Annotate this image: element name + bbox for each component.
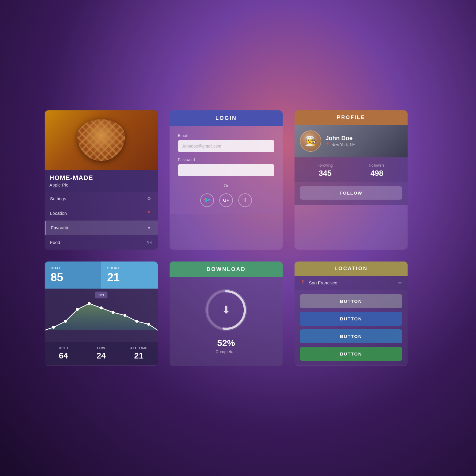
download-percent: 52% [217, 338, 235, 348]
svg-point-2 [64, 320, 67, 323]
twitter-button[interactable]: 🐦 [200, 193, 214, 207]
food-card: HOME-MADE Apple Pie Settings ⚙ Location … [45, 110, 158, 250]
button-green[interactable]: BUTTON [300, 347, 402, 361]
high-value: 64 [45, 351, 82, 361]
short-label: SHORT [107, 266, 152, 270]
login-card: LOGIN Email Password Or 🐦 G+ f [170, 110, 283, 250]
download-header: DOWNLOAD [170, 262, 283, 277]
food-title-sub: Apple Pie [49, 182, 153, 187]
location-pin-icon: 📍 [325, 143, 330, 147]
svg-point-4 [88, 302, 91, 305]
following-label: Following [317, 163, 333, 167]
svg-point-7 [123, 314, 126, 317]
alltime-value: 21 [120, 351, 158, 361]
download-card: DOWNLOAD ⬇ 52% Complete... [170, 262, 283, 366]
food-menu-item-food[interactable]: Food 🍽 [45, 235, 158, 250]
follow-button[interactable]: FOLLOW [300, 186, 402, 200]
chart-area: 121 [45, 289, 158, 342]
google-icon: G+ [223, 198, 229, 203]
facebook-button[interactable]: f [238, 193, 252, 207]
edit-icon[interactable]: ✏ [398, 280, 402, 286]
twitter-icon: 🐦 [204, 197, 210, 203]
low-label: LOW [82, 346, 120, 350]
stats-bottom: HIGH 64 LOW 24 ALL TIME 21 [45, 342, 158, 365]
profile-name-area: John Doe 📍 New York, NY [325, 135, 355, 147]
chart-peak-badge: 121 [95, 292, 107, 298]
food-menu-item-location[interactable]: Location 📍 [45, 206, 158, 221]
heart-icon: ♥ [146, 225, 152, 231]
profile-stats: Following 345 Followers 498 [295, 157, 408, 182]
button-blue-1[interactable]: BUTTON [300, 312, 402, 326]
or-divider: Or [178, 183, 274, 188]
social-buttons: 🐦 G+ f [178, 193, 274, 207]
location-city: San Francisco [309, 280, 395, 285]
goal-value: 85 [51, 271, 95, 284]
download-body: ⬇ 52% Complete... [170, 277, 283, 366]
food-title-bar: HOME-MADE Apple Pie [45, 170, 158, 192]
location-label: Location [50, 211, 67, 216]
stats-high: HIGH 64 [45, 346, 82, 361]
login-body: Email Password Or 🐦 G+ f [170, 126, 283, 214]
settings-label: Settings [50, 196, 66, 201]
location-search-bar: 📍 San Francisco ✏ [295, 276, 408, 290]
following-stat: Following 345 [317, 163, 333, 178]
stats-top: GOAL 85 SHORT 21 [45, 262, 158, 289]
pie-visual [77, 119, 125, 161]
google-button[interactable]: G+ [219, 193, 233, 207]
profile-header: PROFILE [295, 110, 408, 125]
profile-title: PROFILE [337, 115, 365, 120]
food-menu-item-settings[interactable]: Settings ⚙ [45, 192, 158, 206]
profile-location-text: New York, NY [331, 143, 355, 147]
download-title: DOWNLOAD [206, 266, 246, 272]
location-header: LOCATION [295, 262, 408, 276]
login-title: LOGIN [215, 115, 237, 121]
password-input[interactable] [178, 164, 274, 176]
alltime-label: ALL TIME [120, 346, 158, 350]
email-input[interactable] [178, 140, 274, 152]
svg-point-9 [147, 323, 150, 326]
facebook-icon: f [244, 197, 246, 203]
food-title-main: HOME-MADE [49, 174, 153, 182]
high-label: HIGH [45, 346, 82, 350]
low-value: 24 [82, 351, 120, 361]
location-pin-icon: 📍 [300, 280, 306, 286]
food-menu-item-favourite[interactable]: Favourite ♥ [45, 221, 158, 235]
stats-alltime: ALL TIME 21 [120, 346, 158, 361]
stats-short: SHORT 21 [101, 262, 158, 289]
profile-body: FOLLOW [295, 182, 408, 205]
svg-point-8 [135, 320, 138, 323]
svg-point-5 [100, 306, 103, 309]
gear-icon: ⚙ [146, 195, 152, 202]
stats-low: LOW 24 [82, 346, 120, 361]
password-label: Password [178, 157, 274, 162]
button-blue-2[interactable]: BUTTON [300, 329, 402, 343]
profile-card: PROFILE 👨‍🍳 John Doe 📍 New York, NY Foll… [295, 110, 408, 250]
stats-goal: GOAL 85 [45, 262, 101, 289]
location-title: LOCATION [334, 266, 368, 271]
following-value: 345 [317, 169, 333, 178]
pin-icon: 📍 [146, 210, 152, 217]
svg-point-6 [112, 311, 115, 314]
food-label: Food [50, 240, 60, 245]
svg-point-3 [76, 308, 79, 311]
food-image [45, 110, 158, 170]
profile-name: John Doe [325, 135, 355, 142]
button-gray[interactable]: BUTTON [300, 294, 402, 308]
download-complete-label: Complete... [215, 349, 237, 354]
goal-label: GOAL [51, 266, 95, 270]
login-header: LOGIN [170, 110, 283, 126]
favourite-label: Favourite [51, 225, 70, 230]
profile-location: 📍 New York, NY [325, 143, 355, 147]
email-label: Email [178, 133, 274, 138]
food-icon: 🍽 [146, 239, 152, 246]
buttons-area: BUTTON BUTTON BUTTON BUTTON [295, 290, 408, 365]
main-container: HOME-MADE Apple Pie Settings ⚙ Location … [45, 110, 431, 366]
svg-point-1 [52, 326, 55, 329]
profile-image-bar: 👨‍🍳 John Doe 📍 New York, NY [295, 125, 408, 157]
pie-lattice [77, 119, 125, 161]
stats-card: GOAL 85 SHORT 21 121 [45, 262, 158, 366]
food-menu: Settings ⚙ Location 📍 Favourite ♥ Food 🍽 [45, 192, 158, 250]
avatar: 👨‍🍳 [300, 130, 321, 152]
download-ring: ⬇ [205, 289, 247, 331]
location-card: LOCATION 📍 San Francisco ✏ BUTTON BUTTON… [295, 262, 408, 366]
